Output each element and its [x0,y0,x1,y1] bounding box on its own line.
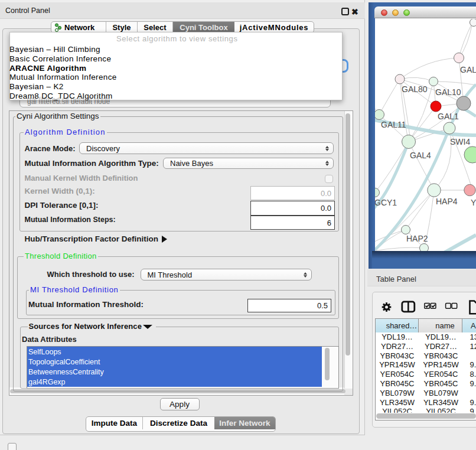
svg-text:SWI4: SWI4 [450,137,470,146]
svg-text:GCY1: GCY1 [375,198,397,207]
svg-text:HAP4: HAP4 [436,197,458,206]
svg-text:Y: Y [471,198,476,207]
svg-text:GAL1: GAL1 [438,112,459,121]
svg-text:HAP2: HAP2 [406,234,428,243]
svg-text:GAL4: GAL4 [410,151,431,160]
svg-text:GAL11: GAL11 [381,120,406,129]
svg-text:GAL: GAL [460,65,476,74]
svg-text:GAL80: GAL80 [402,84,428,94]
svg-text:GAL10: GAL10 [435,87,461,97]
